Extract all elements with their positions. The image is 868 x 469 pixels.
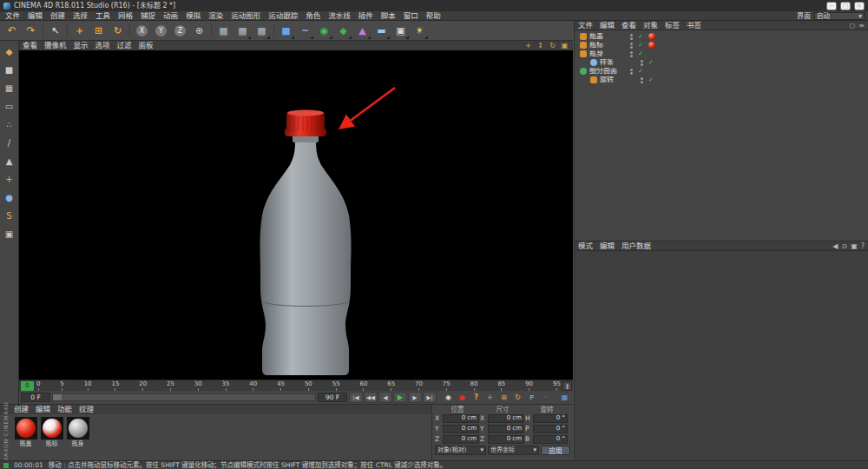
move-tool-button[interactable]: + [70,22,89,40]
pan-view-icon[interactable]: + [523,42,533,50]
workplane-mode-button[interactable]: ▭ [2,98,17,114]
attribute-manager-menu-item[interactable]: 模式 [578,242,593,250]
separator[interactable] [41,22,45,40]
live-selection-button[interactable]: ↖ [46,22,64,40]
back-arrow-icon[interactable]: ◀ [832,242,838,250]
coord-system-dropdown[interactable]: 世界坐标 ▾ [488,446,539,455]
material-tag-icon[interactable] [648,42,655,49]
menu-item[interactable]: 脚本 [381,12,396,20]
material-menu-item[interactable]: 编辑 [36,406,50,413]
attribute-manager-menu-item[interactable]: 用户数据 [621,242,651,250]
key-scale-toggle[interactable]: ⊞ [497,392,510,403]
render-view-button[interactable]: ▦ [214,22,233,40]
separator[interactable] [128,22,132,40]
edges-mode-button[interactable]: / [2,135,17,150]
add-generator-button[interactable]: ◆ [334,22,352,40]
spinner-down-icon[interactable]: ▼ [566,386,569,390]
material-thumbnail[interactable] [15,417,37,439]
viewport-menu-item[interactable]: 选项 [95,42,110,50]
current-frame-field[interactable]: 0 F [21,393,50,402]
object-row[interactable]: 瓶身 ✓ [575,50,868,58]
enabled-check-icon[interactable]: ✓ [648,77,654,83]
apply-button[interactable]: 应用 [541,446,570,455]
menu-item[interactable]: 运动跟踪 [268,12,298,20]
enabled-check-icon[interactable]: ✓ [638,51,643,57]
object-name[interactable]: 样条 [600,59,635,66]
visibility-dots-icon[interactable] [630,43,633,49]
autokey-button[interactable]: ● [456,392,469,403]
previous-frame-button[interactable]: ◀ [378,392,392,403]
search-icon[interactable]: ○ [849,22,855,30]
points-mode-button[interactable]: ∴ [2,116,17,132]
record-keyframe-button[interactable]: ◉ [442,392,455,403]
current-frame-marker[interactable]: 0 [21,381,34,391]
object-manager-menu-item[interactable]: 编辑 [600,22,615,30]
key-pla-toggle[interactable]: · [539,392,552,403]
material-item[interactable]: 瓶身 [66,417,89,447]
menu-item[interactable]: 选择 [73,12,88,20]
menu-item[interactable]: 流水线 [328,12,351,20]
coordinate-system-button[interactable]: ⊕ [190,22,208,40]
object-row[interactable]: 旋转 ✓ [575,76,868,84]
material-thumbnail[interactable] [67,417,89,439]
enable-snap-button[interactable]: S [2,208,17,223]
menu-item[interactable]: 网格 [118,12,133,20]
keyframe-selection-button[interactable]: ? [470,392,483,403]
size-y-field[interactable]: 0 cm [488,425,524,433]
object-manager-menu-item[interactable]: 标签 [665,22,680,30]
make-editable-button[interactable]: ◆ [2,43,17,59]
viewport-solo-button[interactable]: ● [2,189,17,205]
lock-z-axis-button[interactable]: Z [171,22,189,40]
menu-item[interactable]: 创建 [50,12,65,20]
maximize-button[interactable]: □ [840,2,851,10]
enabled-check-icon[interactable]: ✓ [638,34,643,40]
material-item[interactable]: 瓶盖 [14,417,37,447]
attribute-manager-menu-item[interactable]: 编辑 [600,242,615,250]
material-item[interactable]: 瓶标 [40,417,63,447]
material-menu-item[interactable]: 纹理 [79,406,94,413]
viewport-panel[interactable]: 查看摄像机显示选项过滤面板 +↕↻▣ [19,41,573,380]
material-tag-icon[interactable] [648,33,655,40]
object-row[interactable]: 瓶盖 ✓ [575,32,868,41]
visibility-dots-icon[interactable] [630,69,633,75]
add-environment-button[interactable]: ▬ [372,22,391,40]
render-settings-button[interactable]: ▦ [253,22,271,40]
coord-space-dropdown[interactable]: 对象(相对) ▾ [435,446,486,455]
key-parameter-toggle[interactable]: P [525,392,538,403]
lock-y-axis-button[interactable]: Y [152,22,170,40]
timeline-scrub-track[interactable] [52,393,316,401]
viewport-menu-item[interactable]: 过滤 [117,42,132,50]
visibility-dots-icon[interactable] [630,34,633,40]
dolly-view-icon[interactable]: ↕ [536,42,545,50]
material-thumbnail[interactable] [41,417,63,439]
goto-start-button[interactable]: |◀ [349,392,363,403]
goto-end-button[interactable]: ▶| [423,392,437,403]
object-name[interactable]: 瓶身 [589,50,624,57]
timeline-scrub-thumb[interactable] [53,394,62,400]
visibility-dots-icon[interactable] [641,60,643,66]
material-menu-item[interactable]: 功能 [57,406,72,413]
visibility-dots-icon[interactable] [630,51,633,57]
toggle-views-icon[interactable]: ▣ [560,42,569,50]
object-manager-menu-item[interactable]: 查看 [621,22,636,30]
end-frame-field[interactable]: 90 F [318,393,347,402]
object-row[interactable]: 样条 ✓ [575,58,868,67]
track-icon[interactable]: ⊙ [841,242,847,250]
viewport-menu-item[interactable]: 面板 [139,42,154,50]
enabled-check-icon[interactable]: ✓ [638,69,643,75]
rot-p-field[interactable]: 0 ° [533,425,568,433]
viewport-menu-item[interactable]: 摄像机 [44,42,67,50]
material-menu-item[interactable]: 创建 [14,406,29,413]
add-camera-button[interactable]: ▣ [391,22,410,40]
add-spline-button[interactable]: ~ [296,22,314,40]
menu-item[interactable]: 模拟 [186,12,201,20]
object-manager-menu-item[interactable]: 书签 [687,22,701,30]
key-rotation-toggle[interactable]: ↻ [511,392,524,403]
redo-button[interactable]: ↷ [22,22,40,40]
close-button[interactable]: ✕ [854,2,865,10]
filter-icon[interactable]: ≡ [858,22,865,30]
polygons-mode-button[interactable]: ▲ [2,153,17,168]
menu-item[interactable]: 渲染 [208,12,223,20]
enabled-check-icon[interactable]: ✓ [648,60,654,66]
menu-item[interactable]: 窗口 [404,12,418,20]
